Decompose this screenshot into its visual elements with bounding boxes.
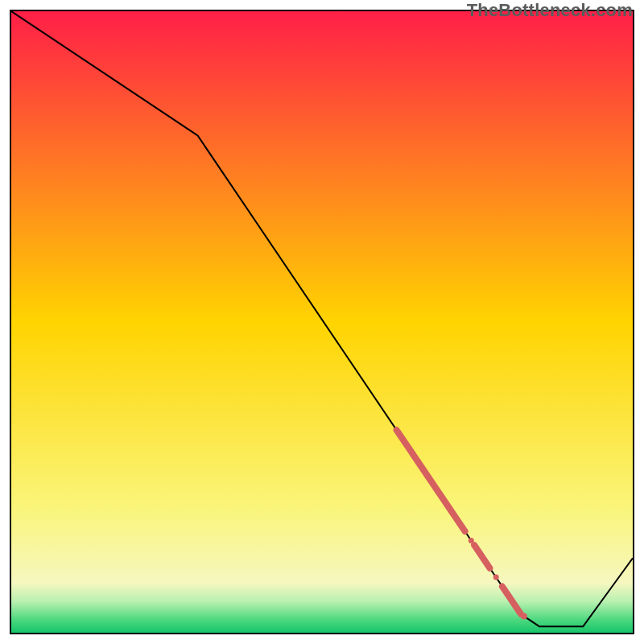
highlight-point-2 (521, 613, 527, 619)
chart-svg (11, 11, 633, 633)
chart-stage: TheBottleneck.com (0, 0, 644, 644)
highlight-point-0 (469, 538, 474, 543)
highlight-point-1 (493, 575, 499, 580)
chart-background (11, 11, 633, 633)
chart-plot-area (10, 10, 634, 634)
